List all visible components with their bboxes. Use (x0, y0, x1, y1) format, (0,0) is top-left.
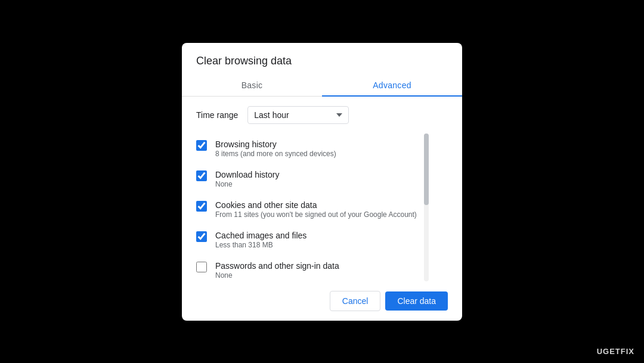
cancel-button[interactable]: Cancel (330, 291, 381, 311)
checkbox-label-2: Cookies and other site data (215, 200, 417, 210)
checkbox-sub-1: None (215, 180, 279, 188)
checkbox-item-1: Download historyNone (196, 164, 417, 194)
scrollbar-area (422, 134, 429, 281)
checkbox-label-1: Download history (215, 170, 279, 179)
checkbox-sub-4: None (215, 271, 339, 280)
dialog-body: Time range Last hour Last 24 hours Last … (182, 97, 462, 281)
checkbox-1[interactable] (196, 170, 207, 181)
tab-advanced[interactable]: Advanced (322, 75, 462, 96)
checkbox-item-2: Cookies and other site dataFrom 11 sites… (196, 194, 417, 225)
checkbox-item-4: Passwords and other sign-in dataNone (196, 255, 417, 281)
checkbox-item-3: Cached images and filesLess than 318 MB (196, 225, 417, 255)
checkbox-4[interactable] (196, 262, 207, 272)
checkbox-label-3: Cached images and files (215, 231, 306, 240)
clear-data-button[interactable]: Clear data (385, 291, 448, 311)
scrollbar-track (424, 134, 429, 281)
scroll-wrapper: Browsing history8 items (and more on syn… (196, 134, 448, 281)
checkbox-sub-2: From 11 sites (you won't be signed out o… (215, 210, 417, 219)
checkbox-label-4: Passwords and other sign-in data (215, 261, 339, 271)
dialog-footer: Cancel Clear data (182, 281, 462, 321)
checkbox-3[interactable] (196, 231, 207, 242)
scrollbar-thumb (424, 134, 429, 205)
dialog-title: Clear browsing data (182, 43, 462, 75)
checkbox-sub-3: Less than 318 MB (215, 241, 306, 249)
tabs: Basic Advanced (182, 75, 462, 97)
checkbox-label-0: Browsing history (215, 139, 336, 149)
dialog: Clear browsing data Basic Advanced Time … (182, 43, 462, 321)
checkbox-2[interactable] (196, 201, 207, 212)
watermark: UGETFIX (597, 347, 634, 356)
checkbox-item-0: Browsing history8 items (and more on syn… (196, 134, 417, 164)
checkboxes-list-wrapper: Browsing history8 items (and more on syn… (196, 134, 419, 281)
time-range-row: Time range Last hour Last 24 hours Last … (196, 106, 448, 124)
time-range-label: Time range (196, 110, 238, 120)
checkbox-0[interactable] (196, 140, 207, 151)
time-range-select[interactable]: Last hour Last 24 hours Last 7 days Last… (247, 106, 349, 124)
checkboxes-list: Browsing history8 items (and more on syn… (196, 134, 419, 281)
tab-basic[interactable]: Basic (182, 75, 322, 96)
checkbox-sub-0: 8 items (and more on synced devices) (215, 150, 336, 158)
